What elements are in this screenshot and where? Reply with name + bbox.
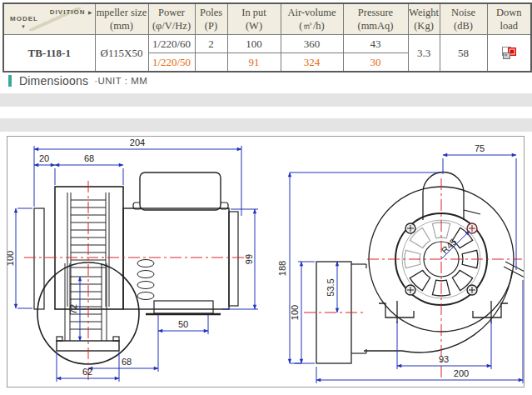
col-header-poles: Poles (P) — [195, 3, 227, 35]
model-value: TB-118-1 — [3, 35, 95, 72]
noise-value: 58 — [440, 35, 487, 72]
col-header-weight: Weight (Kg) — [408, 3, 440, 35]
col-header-download: Down load — [487, 3, 531, 35]
input-50hz: 91 — [227, 53, 281, 72]
pressure-60hz: 43 — [343, 35, 408, 53]
download-icon-disk — [503, 52, 510, 59]
section-accent-bar — [8, 75, 12, 87]
poles-50hz — [195, 53, 227, 72]
input-60hz: 100 — [227, 35, 281, 53]
col-header-pressure: Pressure (mmAq) — [343, 3, 408, 35]
dim-label-53-5: 53.5 — [326, 278, 336, 296]
impeller-size-value: Ø115X50 — [95, 35, 148, 72]
separator-bar — [0, 118, 532, 132]
col-header-power: Power (φ/V/Hz) — [148, 3, 195, 35]
pressure-50hz: 30 — [343, 53, 408, 72]
dim-label-93: 93 — [439, 354, 449, 364]
division-arrow-icon[interactable]: ▶ — [88, 10, 92, 17]
dimension-drawing-box: 204 20 68 100 99 72 50 68 62 — [7, 136, 525, 388]
dim-label-200: 200 — [454, 368, 469, 378]
section-title: Dimensioons — [19, 74, 88, 88]
model-sort-arrow-icon[interactable]: ▼ — [21, 24, 26, 31]
airvolume-60hz: 360 — [281, 35, 343, 53]
table-row: TB-118-1 Ø115X50 1/220/60 2 100 360 43 3… — [3, 35, 531, 53]
right-view-outline — [316, 172, 524, 364]
vent-slots — [137, 260, 154, 300]
col-header-input: In put (W) — [227, 3, 281, 35]
airvolume-50hz: 324 — [281, 53, 343, 72]
download-cell — [487, 35, 531, 72]
dim-label-68-outlet: 68 — [122, 357, 132, 367]
dim-label-50: 50 — [178, 319, 188, 329]
dim-label-100-outlet: 100 — [290, 305, 300, 320]
dim-label-188: 188 — [277, 261, 287, 276]
left-view-dimensions — [16, 146, 258, 382]
division-header-label: DIVITION — [50, 8, 86, 17]
dim-label-20: 20 — [39, 153, 49, 163]
dimensions-section-header: Dimensioons ·UNIT : MM — [8, 74, 147, 88]
dim-label-72: 72 — [68, 304, 78, 314]
power-60hz: 1/220/60 — [148, 35, 195, 53]
col-header-noise: Noise (dB) — [440, 3, 487, 35]
model-header-label: MODEL — [10, 15, 38, 23]
col-header-airvolume: Air-volume (㎥/h) — [281, 3, 343, 35]
download-icon[interactable] — [502, 47, 516, 59]
dim-label-204: 204 — [130, 138, 145, 148]
power-50hz: 1/220/50 — [148, 53, 195, 72]
weight-value: 3.3 — [408, 35, 440, 72]
dim-label-100-left: 100 — [7, 251, 15, 266]
dim-label-75: 75 — [475, 143, 485, 153]
left-view-outline — [34, 172, 238, 364]
dim-label-68-housing: 68 — [84, 153, 94, 163]
dimension-drawing: 204 20 68 100 99 72 50 68 62 — [7, 137, 524, 387]
separator-bar — [0, 93, 532, 107]
poles-value: 2 — [195, 35, 227, 53]
spec-table: MODEL ▼ DIVITION ▶ mpeller size (mm) Pow… — [2, 2, 532, 72]
header-row: MODEL ▼ DIVITION ▶ mpeller size (mm) Pow… — [3, 3, 531, 35]
dim-label-99: 99 — [244, 254, 254, 264]
dim-label-62: 62 — [82, 367, 92, 377]
corner-header-cell: MODEL ▼ DIVITION ▶ — [3, 3, 95, 35]
section-unit-label: ·UNIT : MM — [94, 76, 147, 86]
col-header-impeller: mpeller size (mm) — [95, 3, 148, 35]
